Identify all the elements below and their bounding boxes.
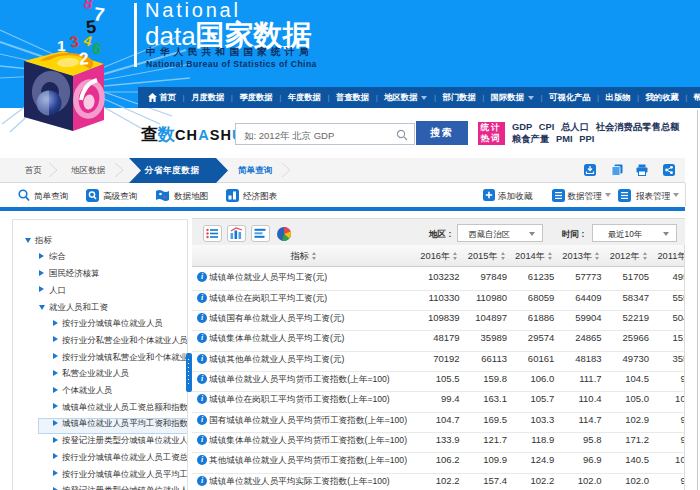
svg-text:1: 1 [57,37,66,54]
svg-text:6: 6 [91,39,104,58]
svg-text:3: 3 [69,32,81,50]
svg-text:8: 8 [82,0,94,12]
svg-text:2: 2 [79,49,90,69]
